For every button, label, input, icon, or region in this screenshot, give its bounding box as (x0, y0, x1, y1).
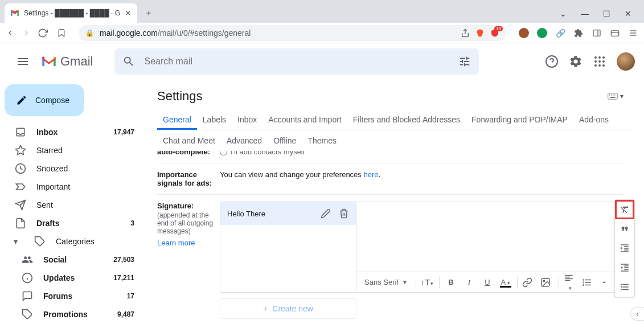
quote-button[interactable] (615, 219, 634, 239)
sidepanel-icon[interactable] (592, 28, 602, 38)
sidebar-category-forums[interactable]: Forums17 (5, 287, 141, 305)
chevron-down-icon[interactable]: ⌄ (557, 9, 569, 18)
svg-point-17 (598, 60, 601, 63)
nav-count: 17,211 (113, 274, 134, 282)
settings-tab-advanced[interactable]: Advanced (221, 130, 268, 151)
remove-formatting-button[interactable] (615, 200, 634, 219)
autocomplete-option: I'll add contacts myself (231, 151, 305, 156)
italic-button[interactable]: I (462, 278, 476, 287)
link-icon[interactable]: 🔗 (555, 28, 565, 38)
share-icon[interactable] (461, 28, 470, 38)
address-bar[interactable]: 🔒 mail.google.com/mail/u/0/#settings/gen… (79, 25, 506, 41)
important-icon (15, 181, 26, 192)
search-bar[interactable] (114, 48, 479, 75)
sidebar-item-inbox[interactable]: Inbox17,947 (5, 123, 141, 141)
importance-here-link[interactable]: here (363, 170, 378, 179)
settings-tab-labels[interactable]: Labels (197, 109, 232, 130)
sidebar-item-drafts[interactable]: Drafts3 (5, 214, 141, 232)
bookmark-icon[interactable] (57, 28, 66, 38)
sidebar-item-important[interactable]: Important (5, 178, 141, 196)
sidebar-item-sent[interactable]: Sent (5, 196, 141, 214)
nav-label: Updates (43, 273, 75, 282)
bulleted-list-button[interactable] (615, 277, 634, 297)
indent-increase-button[interactable] (615, 239, 634, 258)
settings-gear-icon[interactable] (569, 55, 583, 68)
compose-button[interactable]: Compose (5, 84, 84, 116)
bold-button[interactable]: B (444, 278, 458, 286)
close-window-icon[interactable]: ✕ (622, 9, 634, 18)
signature-learn-more-link[interactable]: Learn more (157, 239, 220, 247)
cookie-icon[interactable] (519, 28, 529, 38)
gmail-logo[interactable]: Gmail (41, 54, 93, 69)
sidebar-category-social[interactable]: Social27,503 (5, 251, 141, 269)
close-tab-icon[interactable]: ✕ (125, 9, 132, 18)
indent-decrease-button[interactable] (615, 258, 634, 277)
sidebar-item-snoozed[interactable]: Snoozed (5, 159, 141, 178)
grammarly-icon[interactable] (537, 28, 547, 38)
signature-item[interactable]: Hello There (220, 202, 356, 225)
sidebar-item-categories[interactable]: ▾Categories (5, 232, 141, 251)
browser-tab[interactable]: Settings - ██████ - ████ · G ✕ (5, 3, 137, 23)
settings-tab-chat-and-meet[interactable]: Chat and Meet (157, 130, 221, 151)
reload-icon[interactable] (38, 28, 48, 38)
url-text: mail.google.com/mail/u/0/#settings/gener… (100, 28, 251, 38)
settings-tab-inbox[interactable]: Inbox (232, 109, 262, 130)
font-family-select[interactable]: Sans Serif ▼ (361, 278, 411, 286)
settings-tab-general[interactable]: General (157, 109, 197, 130)
new-tab-button[interactable]: ＋ (141, 5, 157, 21)
extensions-icon[interactable] (573, 28, 584, 38)
svg-rect-32 (611, 95, 612, 96)
settings-tab-add-ons[interactable]: Add-ons (573, 109, 614, 130)
numbered-list-button[interactable] (582, 277, 596, 288)
svg-rect-5 (611, 31, 618, 36)
align-button[interactable]: ▾ (564, 273, 577, 292)
forward-icon (22, 28, 31, 38)
search-options-icon[interactable] (458, 55, 471, 68)
menu-icon[interactable] (628, 28, 638, 38)
nav-label: Snoozed (36, 164, 68, 173)
underline-button[interactable]: U (481, 278, 494, 286)
more-format-button[interactable] (600, 278, 614, 286)
sidebar-category-updates[interactable]: Updates17,211 (5, 269, 141, 287)
autocomplete-row: auto-complete: I'll add contacts myself (157, 151, 624, 163)
search-input[interactable] (144, 56, 449, 67)
settings-tab-accounts-and-import[interactable]: Accounts and Import (262, 109, 347, 130)
nav-count: 3 (130, 219, 134, 227)
main-menu-button[interactable] (9, 48, 36, 75)
nav-label: Important (36, 182, 70, 191)
edit-signature-icon[interactable] (321, 208, 331, 219)
delete-signature-icon[interactable] (339, 208, 349, 219)
settings-tab-forwarding-and-pop-imap[interactable]: Forwarding and POP/IMAP (466, 109, 573, 130)
wallet-icon[interactable] (610, 28, 620, 38)
minimize-icon[interactable]: ― (579, 9, 590, 18)
insert-image-button[interactable] (540, 277, 554, 288)
autocomplete-radio[interactable] (220, 151, 227, 155)
nav-label: Categories (56, 237, 95, 246)
pencil-icon (16, 95, 27, 106)
search-icon (122, 55, 135, 68)
shield-badge-icon[interactable]: 10 (490, 28, 499, 38)
sidebar-item-starred[interactable]: Starred (5, 141, 141, 159)
brave-icon[interactable] (475, 28, 485, 38)
maximize-icon[interactable]: ☐ (601, 9, 612, 18)
expand-icon[interactable]: ▾ (14, 237, 22, 246)
extension-icons: 🔗 (519, 28, 638, 38)
create-new-signature-button[interactable]: + Create new (220, 298, 356, 319)
svg-rect-34 (614, 95, 616, 96)
font-size-button[interactable]: TT▾ (421, 277, 434, 287)
signature-editor[interactable]: Sans Serif ▼ TT▾ B I U A ▾ (356, 202, 624, 293)
account-avatar[interactable] (617, 52, 635, 71)
back-icon[interactable] (6, 28, 15, 38)
side-panel-collapse-button[interactable]: ‹ (630, 307, 644, 321)
nav-label: Promotions (43, 310, 88, 319)
sidebar-category-promotions[interactable]: Promotions9,487 (5, 305, 141, 323)
insert-link-button[interactable] (522, 277, 536, 288)
text-color-button[interactable]: A ▾ (499, 278, 512, 286)
input-tools-button[interactable]: ▾ (608, 92, 624, 100)
settings-tab-filters-and-blocked-addresses[interactable]: Filters and Blocked Addresses (347, 109, 466, 130)
settings-tab-themes[interactable]: Themes (302, 130, 342, 151)
settings-tab-offline[interactable]: Offline (268, 130, 302, 151)
apps-grid-icon[interactable] (593, 55, 606, 68)
nav-label: Forums (43, 292, 72, 301)
help-icon[interactable] (545, 55, 559, 68)
